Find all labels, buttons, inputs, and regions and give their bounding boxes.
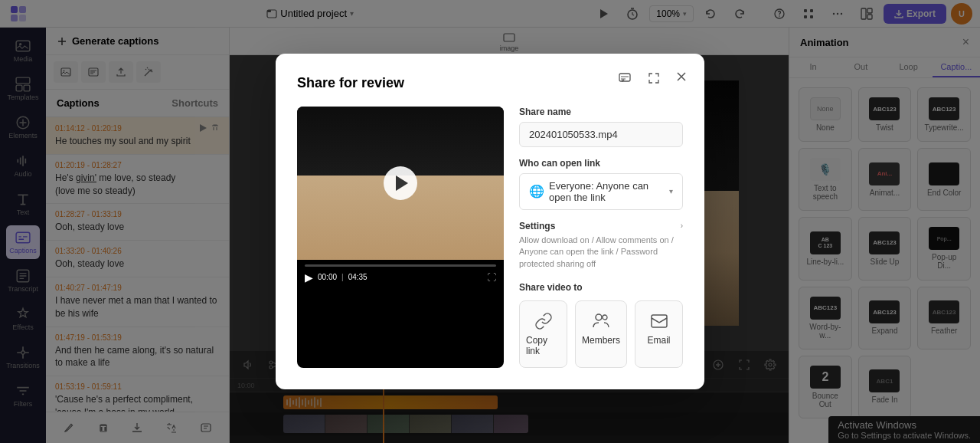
modal-play-button[interactable]	[384, 166, 417, 200]
share-option-members[interactable]: Members	[575, 300, 627, 368]
comment-icon	[619, 72, 631, 84]
settings-header: Settings ›	[519, 221, 683, 231]
share-video-to-label: Share video to	[519, 282, 683, 293]
video-progress-bar[interactable]	[305, 264, 496, 267]
email-icon	[650, 312, 668, 330]
modal-video-controls: ▶ 00:00 | 04:35 ⛶	[297, 260, 504, 288]
modal-header-icons	[612, 66, 666, 90]
video-current-time: 00:00	[318, 273, 337, 281]
members-icon	[592, 312, 610, 330]
video-fullscreen-icon[interactable]: ⛶	[487, 272, 496, 283]
share-name-label: Share name	[519, 107, 683, 117]
dropdown-arrow-icon: ▾	[669, 187, 673, 195]
fullscreen-icon	[648, 72, 660, 84]
email-label: Email	[648, 335, 671, 346]
svg-point-46	[596, 314, 602, 320]
modal-overlay: Share for review	[0, 0, 980, 443]
modal-form: Share name Who can open link 🌐 Everyone:…	[519, 107, 683, 368]
share-for-review-modal: Share for review	[276, 54, 704, 389]
svg-rect-48	[652, 315, 667, 327]
settings-desc: Allow download on / Allow comments on / …	[519, 235, 683, 270]
globe-icon: 🌐	[529, 184, 544, 199]
settings-section: Settings › Allow download on / Allow com…	[519, 221, 683, 270]
members-label: Members	[582, 335, 620, 346]
share-name-input[interactable]	[519, 122, 683, 147]
who-can-open-dropdown[interactable]: 🌐 Everyone: Anyone can open the link ▾	[519, 173, 683, 210]
who-can-open-section: Who can open link 🌐 Everyone: Anyone can…	[519, 158, 683, 210]
settings-arrow-icon[interactable]: ›	[681, 222, 683, 230]
video-total-time: 04:35	[348, 273, 368, 281]
video-play-icon[interactable]: ▶	[305, 271, 313, 284]
share-option-copy-link[interactable]: Copy link	[519, 300, 567, 368]
close-icon	[676, 71, 687, 82]
who-can-open-value: Everyone: Anyone can open the link	[549, 180, 665, 203]
play-triangle-icon	[396, 176, 408, 191]
modal-video-player: ▶ 00:00 | 04:35 ⛶	[297, 107, 504, 368]
svg-point-47	[603, 315, 607, 320]
modal-comment-icon-btn[interactable]	[612, 66, 637, 90]
share-video-section: Share video to Copy link Members	[519, 282, 683, 368]
modal-video-preview	[297, 107, 504, 260]
settings-label: Settings	[519, 221, 555, 231]
modal-fullscreen-icon-btn[interactable]	[642, 66, 666, 90]
share-options: Copy link Members Email	[519, 300, 683, 368]
modal-close-button[interactable]	[671, 66, 692, 87]
who-can-open-label: Who can open link	[519, 158, 683, 169]
modal-body: ▶ 00:00 | 04:35 ⛶ Share name	[297, 107, 683, 368]
link-icon	[534, 312, 553, 330]
copy-link-label: Copy link	[526, 335, 560, 356]
app-container: Untitled project ▾ 100% ▾	[0, 0, 980, 443]
svg-rect-45	[619, 74, 630, 81]
share-option-email[interactable]: Email	[635, 300, 683, 368]
